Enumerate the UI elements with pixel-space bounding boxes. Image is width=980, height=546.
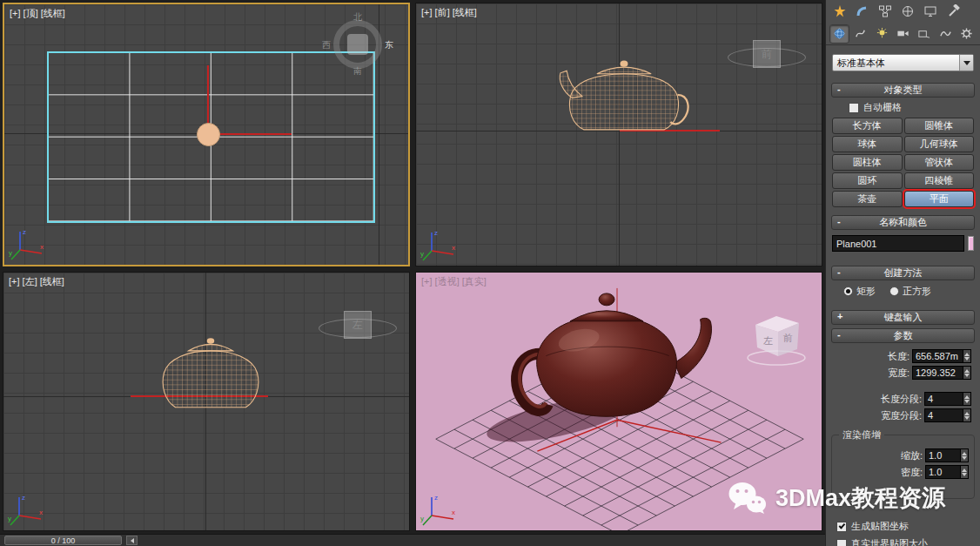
- utilities-hammer-icon: [946, 4, 960, 18]
- rectangle-radio[interactable]: 矩形: [843, 285, 876, 298]
- svg-text:y: y: [420, 250, 424, 258]
- teapot-spout: [675, 318, 712, 378]
- plane-button[interactable]: 平面: [904, 191, 975, 207]
- shapes-category-tab[interactable]: [851, 24, 870, 44]
- width-segs-spinner[interactable]: 4: [924, 408, 971, 422]
- viewport-left-label[interactable]: [+] [左] [线框]: [9, 275, 64, 288]
- rollout-object-type[interactable]: - 对象类型: [831, 83, 975, 98]
- viewport-left[interactable]: 左 z x y [+] [左] [线框]: [3, 272, 410, 531]
- viewport-perspective-label[interactable]: [+] [透视] [真实]: [421, 275, 487, 288]
- viewcube-left-face[interactable]: 左: [344, 311, 372, 339]
- real-world-map-size-checkbox[interactable]: 真实世界贴图大小: [836, 537, 980, 546]
- viewport-top-label[interactable]: [+] [顶] [线框]: [10, 7, 65, 20]
- compass-east-label: 东: [385, 39, 393, 51]
- render-multipliers-title: 渲染倍增: [839, 428, 884, 442]
- teapot-body: [537, 316, 677, 417]
- display-tab[interactable]: [920, 2, 941, 21]
- cylinder-button[interactable]: 圆柱体: [832, 154, 903, 171]
- width-segs-row: 宽度分段: 4: [826, 408, 971, 422]
- viewport-perspective[interactable]: 左 前 z x y [+] [透视] [真实]: [415, 272, 822, 531]
- hierarchy-icon: [878, 4, 892, 18]
- time-slider-handle[interactable]: 0 / 100: [4, 536, 122, 545]
- viewcube-gizmo[interactable]: 左 前: [745, 313, 808, 367]
- autogrid-checkbox[interactable]: 自动栅格: [849, 101, 980, 114]
- teapot-wireframe-left[interactable]: [157, 335, 265, 417]
- create-star-icon: [833, 4, 847, 18]
- length-spinner[interactable]: 656.587m: [912, 349, 971, 363]
- motion-tab[interactable]: [897, 2, 918, 21]
- compass-west-label: 西: [322, 39, 331, 51]
- viewport-area: 北 东 南 西 z x y [+] [顶] [线框] 前: [0, 0, 825, 534]
- space-warps-wave-icon: [939, 27, 952, 40]
- viewport-compass[interactable]: 北 东 南 西: [328, 15, 387, 74]
- systems-gear-icon: [960, 27, 973, 40]
- svg-text:x: x: [452, 509, 455, 516]
- viewport-top[interactable]: 北 东 南 西 z x y [+] [顶] [线框]: [3, 3, 410, 266]
- axis-tripod: z x y: [7, 489, 47, 528]
- hierarchy-tab[interactable]: [875, 2, 896, 21]
- viewcube-gizmo[interactable]: 左: [319, 306, 399, 347]
- density-spinner[interactable]: 1.0: [925, 465, 969, 479]
- display-monitor-icon: [923, 4, 937, 18]
- spinner-arrows-icon[interactable]: [963, 350, 970, 362]
- viewcube-gizmo[interactable]: 前: [728, 35, 808, 77]
- cameras-category-tab[interactable]: [893, 24, 912, 44]
- svg-text:y: y: [8, 515, 11, 522]
- gizmo-x-axis[interactable]: [209, 133, 292, 135]
- frame-step-button[interactable]: [126, 536, 138, 545]
- primitive-category-dropdown[interactable]: 标准基本体: [832, 54, 974, 71]
- checkbox-icon: [849, 103, 859, 113]
- rollout-parameters[interactable]: - 参数: [831, 328, 975, 343]
- create-tab[interactable]: [829, 2, 850, 21]
- length-segs-spinner[interactable]: 4: [924, 392, 971, 406]
- rollout-keyboard-entry[interactable]: + 键盘输入: [831, 310, 975, 325]
- gizmo-x-axis: [617, 420, 721, 442]
- compass-north-label: 北: [353, 11, 362, 24]
- teapot-button[interactable]: 茶壶: [832, 191, 903, 207]
- command-panel-tabs: [826, 0, 980, 23]
- width-spinner[interactable]: 1299.352: [912, 366, 971, 380]
- spinner-arrows-icon[interactable]: [963, 367, 970, 379]
- svg-text:z: z: [434, 494, 438, 502]
- perspective-scene[interactable]: [416, 273, 822, 531]
- chevron-down-icon[interactable]: [959, 55, 973, 71]
- object-color-swatch[interactable]: [968, 236, 974, 251]
- svg-text:y: y: [420, 515, 424, 522]
- pyramid-button[interactable]: 四棱锥: [904, 172, 975, 189]
- geosphere-button[interactable]: 几何球体: [904, 136, 975, 152]
- modify-tab[interactable]: [852, 2, 873, 21]
- svg-text:x: x: [40, 243, 44, 251]
- teapot-object-topview[interactable]: [197, 123, 220, 146]
- sphere-button[interactable]: 球体: [832, 136, 903, 152]
- shapes-spline-icon: [854, 27, 867, 40]
- spinner-arrows-icon[interactable]: [960, 449, 968, 462]
- object-name-input[interactable]: [832, 235, 964, 252]
- rollout-name-and-color[interactable]: - 名称和颜色: [831, 215, 975, 230]
- box-button[interactable]: 长方体: [832, 118, 903, 134]
- lights-category-tab[interactable]: [872, 24, 891, 44]
- spinner-arrows-icon[interactable]: [963, 409, 970, 421]
- systems-category-tab[interactable]: [957, 24, 977, 44]
- scale-spinner[interactable]: 1.0: [925, 448, 969, 462]
- time-slider-bar[interactable]: 0 / 100: [0, 534, 825, 546]
- rollout-creation-method[interactable]: - 创建方法: [831, 266, 975, 280]
- torus-button[interactable]: 圆环: [832, 172, 903, 189]
- length-param-row: 长度: 656.587m: [826, 349, 971, 363]
- teapot-wireframe-front[interactable]: [558, 57, 690, 143]
- spinner-arrows-icon[interactable]: [963, 393, 970, 405]
- checkbox-icon: [836, 539, 847, 546]
- space-warps-category-tab[interactable]: [936, 24, 955, 44]
- tube-button[interactable]: 管状体: [904, 154, 975, 171]
- viewport-front[interactable]: 前 z x y [+] [前] [线框]: [415, 3, 822, 266]
- generate-mapping-coords-checkbox[interactable]: 生成贴图坐标: [836, 520, 980, 533]
- compass-core[interactable]: [347, 34, 368, 55]
- cone-button[interactable]: 圆锥体: [904, 118, 975, 134]
- viewport-front-label[interactable]: [+] [前] [线框]: [421, 6, 477, 19]
- lights-icon: [876, 27, 889, 40]
- helpers-category-tab[interactable]: [915, 24, 934, 44]
- viewcube-front-face[interactable]: 前: [753, 40, 781, 68]
- spinner-arrows-icon[interactable]: [960, 466, 968, 478]
- geometry-category-tab[interactable]: [829, 24, 849, 44]
- utilities-tab[interactable]: [943, 2, 963, 21]
- square-radio[interactable]: 正方形: [889, 285, 931, 298]
